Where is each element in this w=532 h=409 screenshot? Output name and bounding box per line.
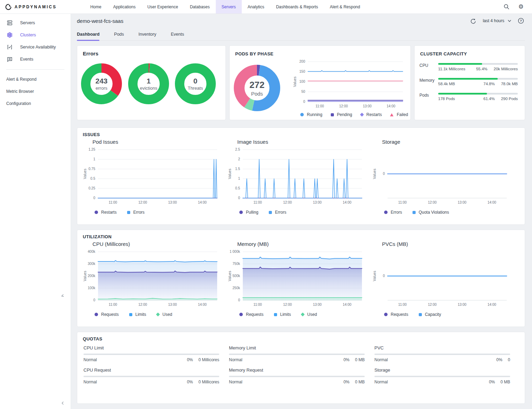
svg-text:11:00: 11:00 [316,104,324,108]
cpu-utilization-chart[interactable]: 0100k200k300k400k11:0012:0013:0014:00Val… [82,248,221,311]
legend-errors[interactable]: Errors [384,210,402,215]
quota-percent: 0% [187,357,193,362]
quota-percent: 0% [187,380,193,384]
nav-item-applications[interactable]: Applications [107,0,142,14]
errors-marker [384,211,388,214]
memory-capacity-bar [438,78,518,80]
errors-donut[interactable]: 243 errors [81,63,122,104]
legend-restarts[interactable]: Restarts [95,210,117,215]
svg-text:300k: 300k [88,262,96,266]
tab-pods[interactable]: Pods [114,30,124,40]
legend-capacity[interactable]: Capacity [419,312,441,317]
legend-running[interactable]: Running [300,112,322,117]
sidebar-item-configuration[interactable]: Configuration [0,97,71,109]
legend-requests[interactable]: Requests [95,312,119,317]
quota-status: Normal [83,357,97,362]
nav-item-user-experience[interactable]: User Experience [141,0,184,14]
restarts-marker [95,211,98,214]
legend-used[interactable]: Used [301,312,317,317]
evictions-donut[interactable]: 1 evictions [128,63,169,104]
nav-item-home[interactable]: Home [85,0,107,14]
sidebar-item-metric-browser[interactable]: Metric Browser [0,85,71,97]
legend-errors[interactable]: Errors [127,210,145,215]
tab-events[interactable]: Events [171,30,184,40]
threats-donut[interactable]: 0 Threats [175,63,216,104]
svg-text:0.5: 0.5 [235,186,240,190]
nav-item-servers[interactable]: Servers [216,0,242,14]
tab-dashboard[interactable]: Dashboard [77,30,99,40]
settings-gear-icon[interactable]: ⚙ [517,3,524,10]
svg-text:1.25: 1.25 [89,148,96,151]
sidebar-item-service-availability[interactable]: Service Availability [0,41,71,53]
sidebar-item-events[interactable]: Events [0,53,71,65]
servers-icon [6,19,13,26]
used-marker [156,312,160,316]
nav-item-databases[interactable]: Databases [184,0,215,14]
svg-text:12:00: 12:00 [339,104,348,108]
legend-failed[interactable]: Failed [390,112,408,117]
legend-quota-violations[interactable]: Quota Violations [413,210,449,215]
clusters-icon [6,32,13,38]
memory-utilization-chart[interactable]: 0250k500k750k1 000k11:0012:0013:0014:00V… [227,248,365,311]
sidebar-divider [6,69,64,70]
pods-phase-donut[interactable]: 272 Pods [234,65,280,111]
legend-used[interactable]: Used [157,312,172,317]
threats-count: 0 [193,77,197,85]
time-range-selector[interactable]: last 4 hours [483,18,511,23]
storage-chart[interactable]: 011:0012:0013:0014:00Values [372,146,510,208]
svg-text:Values: Values [293,77,297,87]
quota-status: Normal [374,357,388,362]
legend-requests[interactable]: Requests [384,312,408,317]
quota-pvc: PVC Normal 0% 0 [374,345,510,362]
svg-text:Values: Values [83,169,87,179]
storage-title: Storage [382,139,510,145]
svg-text:11:00: 11:00 [398,201,407,204]
nav-item-analytics[interactable]: Analytics [242,0,270,14]
svg-text:1 000k: 1 000k [230,250,240,254]
svg-text:11:00: 11:00 [254,201,262,204]
pod-issues-chart[interactable]: 00.250.50.7511.2511:0012:0013:0014:00Val… [82,146,221,208]
cpu-percent: 55.4% [476,67,488,71]
quota-cpu-limit: CPU Limit Normal 0% 0 Millicores [83,345,219,362]
pulling-marker [239,211,243,214]
capacity-row-cpu: CPU 11.1k Millicores 55.4% 20k Millicore… [419,63,518,71]
cpu-utilization-legend: Requests Limits Used [95,312,221,317]
search-icon[interactable] [503,3,510,10]
pvcs-utilization-chart[interactable]: 011:0012:0013:0014:00Values [372,248,510,311]
svg-text:Values: Values [228,271,232,281]
quota-value: 0 Millicores [198,357,219,362]
tab-inventory[interactable]: Inventory [139,30,156,40]
sidebar-item-clusters[interactable]: Clusters [0,29,71,41]
image-issues-chart[interactable]: 00.511.522.511:0012:0013:0014:00Values [227,146,365,208]
legend-pending[interactable]: Pending [331,112,352,117]
help-icon[interactable]: ? [517,17,524,24]
running-marker [300,113,304,116]
quota-value: 0 MB [355,380,365,384]
quotas-section-title: QUOTAS [83,336,102,341]
evictions-label: evictions [140,86,158,91]
legend-restarts[interactable]: Restarts [361,112,382,117]
nav-item-dashboards-reports[interactable]: Dashboards & Reports [270,0,324,14]
quota-status: Normal [374,380,388,384]
svg-text:200: 200 [299,60,305,63]
legend-requests[interactable]: Requests [239,312,264,317]
svg-text:0: 0 [383,172,385,176]
legend-limits[interactable]: Limits [274,312,291,317]
legend-errors[interactable]: Errors [269,210,286,215]
primary-nav: Home Applications User Experience Databa… [85,0,366,14]
svg-text:Values: Values [373,169,376,179]
legend-limits[interactable]: Limits [129,312,146,317]
sidebar-item-servers[interactable]: Servers [0,17,71,29]
svg-text:14:00: 14:00 [343,303,351,306]
legend-pulling[interactable]: Pulling [239,210,258,215]
storage-issues-chart-block: Storage 011:0012:0013:0014:00Values Erro… [372,139,510,215]
refresh-icon[interactable] [470,17,477,24]
sidebar-item-alert-respond[interactable]: Alert & Respond [0,73,71,85]
sidebar-collapse-icon[interactable] [61,294,64,299]
sidebar-bottom-collapse-icon[interactable] [61,401,64,406]
pods-count: 272 [249,80,264,90]
pods-phase-chart[interactable]: 05010015020011:0012:0013:0014:00Values [292,58,406,112]
nav-item-alert-respond[interactable]: Alert & Respond [324,0,366,14]
svg-text:0: 0 [303,100,305,104]
errors-card: Errors 243 errors 1 evictions 0 Thr [77,45,226,120]
